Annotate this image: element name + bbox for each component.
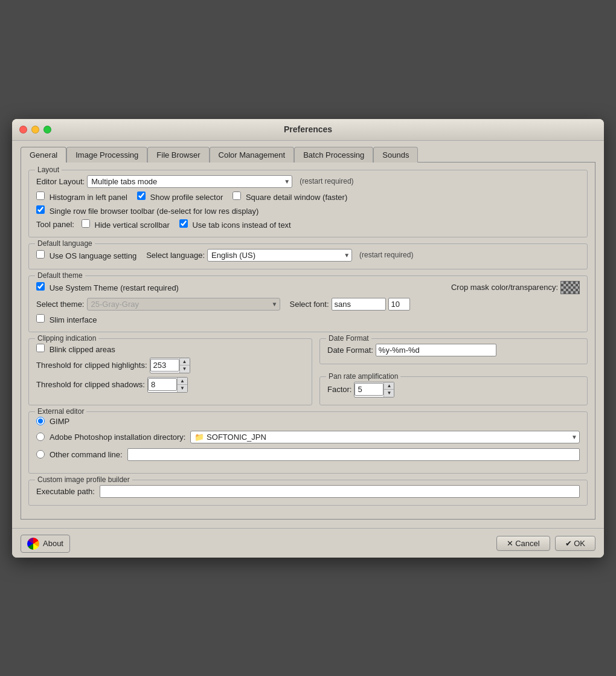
external-editor-group: External editor GIMP Adobe Photoshop ins… bbox=[28, 411, 588, 474]
select-theme-label: Select theme: bbox=[36, 300, 85, 309]
editor-layout-row: Editor Layout: Multiple tabs mode ▼ (res… bbox=[36, 175, 580, 188]
pan-rate-spinner-buttons: ▲ ▼ bbox=[383, 382, 394, 397]
ok-button[interactable]: ✔ OK bbox=[555, 536, 595, 551]
tab-batch-processing[interactable]: Batch Processing bbox=[294, 147, 373, 163]
language-row: Use OS language setting Select language:… bbox=[36, 249, 580, 262]
pan-rate-spinner: ▲ ▼ bbox=[354, 382, 394, 398]
clipping-group: Clipping indication Blink clipped areas … bbox=[28, 338, 312, 405]
square-detail-checkbox[interactable] bbox=[233, 192, 241, 200]
editor-layout-restart: (restart required) bbox=[300, 177, 353, 185]
tab-icons-label: Use tab icons instead of text bbox=[179, 219, 291, 230]
hide-scrollbar-checkbox[interactable] bbox=[82, 219, 90, 228]
use-system-theme-checkbox[interactable] bbox=[36, 282, 45, 291]
theme-select[interactable]: 25-Gray-Gray bbox=[87, 298, 280, 311]
photoshop-row: Adobe Photoshop installation directory: … bbox=[36, 431, 580, 443]
titlebar: Preferences bbox=[12, 119, 604, 141]
pan-rate-down-button[interactable]: ▼ bbox=[384, 390, 394, 397]
highlights-down-button[interactable]: ▼ bbox=[180, 365, 190, 373]
tab-color-management[interactable]: Color Management bbox=[210, 147, 295, 163]
pan-rate-group: Pan rate amplification Factor: ▲ ▼ bbox=[319, 376, 588, 405]
tab-file-browser[interactable]: File Browser bbox=[147, 147, 209, 163]
font-size-input[interactable] bbox=[388, 298, 410, 311]
highlights-row: Threshold for clipped highlights: ▲ ▼ bbox=[36, 358, 304, 373]
custom-profile-group: Custom image profile builder Executable … bbox=[28, 480, 588, 506]
photoshop-directory-select[interactable]: 📁 SOFTONIC_JPN bbox=[190, 431, 580, 443]
preferences-window: Preferences General Image Processing Fil… bbox=[12, 119, 604, 558]
external-editor-group-label: External editor bbox=[35, 407, 86, 416]
other-radio[interactable] bbox=[36, 450, 45, 459]
font-input[interactable] bbox=[332, 298, 386, 311]
shadows-input[interactable] bbox=[148, 378, 177, 391]
photoshop-label: Adobe Photoshop installation directory: bbox=[50, 433, 185, 442]
theme-select-wrap: 25-Gray-Gray ▼ bbox=[87, 298, 280, 311]
language-select[interactable]: English (US) bbox=[207, 249, 352, 262]
gimp-row: GIMP bbox=[36, 417, 580, 426]
language-select-wrap: English (US) ▼ bbox=[207, 249, 352, 262]
theme-group-label: Default theme bbox=[35, 271, 85, 280]
crop-mask-label: Crop mask color/transparency: bbox=[451, 283, 558, 292]
slim-interface-label: Slim interface bbox=[36, 314, 97, 324]
window-title: Preferences bbox=[284, 124, 332, 134]
date-format-label: Date Format: bbox=[327, 346, 373, 355]
about-label: About bbox=[43, 539, 63, 548]
shadows-spinner: ▲ ▼ bbox=[147, 377, 188, 393]
shadows-label: Threshold for clipped shadows: bbox=[36, 380, 145, 389]
shadows-row: Threshold for clipped shadows: ▲ ▼ bbox=[36, 377, 304, 393]
clipping-group-label: Clipping indication bbox=[35, 334, 98, 343]
other-row: Other command line: bbox=[36, 448, 580, 461]
shadows-up-button[interactable]: ▲ bbox=[178, 378, 187, 385]
close-button[interactable] bbox=[19, 126, 27, 134]
highlights-spinner: ▲ ▼ bbox=[150, 358, 190, 373]
show-profile-checkbox[interactable] bbox=[137, 192, 146, 200]
histogram-checkbox[interactable] bbox=[36, 192, 45, 200]
editor-layout-label: Editor Layout: bbox=[36, 177, 85, 186]
slim-interface-row: Slim interface bbox=[36, 314, 580, 324]
pan-rate-up-button[interactable]: ▲ bbox=[384, 382, 394, 390]
window-controls bbox=[19, 126, 51, 134]
pan-rate-input[interactable] bbox=[355, 383, 383, 396]
other-command-input[interactable] bbox=[127, 448, 580, 461]
editor-layout-select[interactable]: Multiple tabs mode bbox=[87, 175, 292, 188]
maximize-button[interactable] bbox=[43, 126, 51, 134]
pan-rate-group-label: Pan rate amplification bbox=[326, 372, 400, 381]
panel-general: Layout Editor Layout: Multiple tabs mode… bbox=[21, 162, 595, 520]
other-label: Other command line: bbox=[50, 450, 123, 459]
cancel-button[interactable]: ✕ Cancel bbox=[496, 536, 550, 551]
os-language-checkbox[interactable] bbox=[36, 250, 45, 259]
show-profile-checkbox-label: Show profile selector bbox=[137, 192, 223, 202]
tab-general[interactable]: General bbox=[21, 147, 66, 163]
date-format-group: Date Format Date Format: bbox=[319, 338, 588, 364]
select-language-label: Select language: bbox=[146, 251, 205, 260]
default-theme-group: Default theme Use System Theme (restart … bbox=[28, 275, 588, 332]
highlights-up-button[interactable]: ▲ bbox=[180, 358, 190, 365]
layout-group: Layout Editor Layout: Multiple tabs mode… bbox=[28, 170, 588, 237]
blink-checkbox[interactable] bbox=[36, 344, 45, 352]
highlights-label: Threshold for clipped highlights: bbox=[36, 361, 147, 370]
photoshop-radio[interactable] bbox=[36, 433, 45, 441]
about-button[interactable]: About bbox=[21, 535, 70, 553]
default-language-group: Default language Use OS language setting… bbox=[28, 243, 588, 269]
language-group-label: Default language bbox=[35, 239, 95, 248]
checkbox-row-1: Histogram in left panel Show profile sel… bbox=[36, 192, 580, 202]
tab-sounds[interactable]: Sounds bbox=[373, 147, 418, 163]
custom-profile-group-label: Custom image profile builder bbox=[35, 475, 132, 484]
date-format-input[interactable] bbox=[376, 344, 496, 356]
shadows-down-button[interactable]: ▼ bbox=[178, 385, 187, 392]
tab-icons-checkbox[interactable] bbox=[179, 219, 188, 228]
slim-interface-checkbox[interactable] bbox=[36, 314, 45, 323]
single-row-checkbox-row: Single row file browser toolbar (de-sele… bbox=[36, 205, 580, 216]
hide-scrollbar-label: Hide vertical scrollbar bbox=[82, 219, 170, 230]
tab-image-processing[interactable]: Image Processing bbox=[66, 147, 147, 163]
highlights-input[interactable] bbox=[150, 359, 179, 372]
crop-mask-color-swatch[interactable] bbox=[560, 281, 580, 294]
blink-row: Blink clipped areas bbox=[36, 344, 304, 354]
single-row-checkbox[interactable] bbox=[36, 205, 45, 214]
editor-layout-select-wrap: Multiple tabs mode ▼ bbox=[87, 175, 292, 188]
shadows-spinner-buttons: ▲ ▼ bbox=[177, 378, 187, 392]
clipping-date-row: Clipping indication Blink clipped areas … bbox=[28, 338, 588, 411]
date-format-row: Date Format: bbox=[327, 344, 580, 356]
exec-path-input[interactable] bbox=[100, 485, 580, 498]
photoshop-select-wrap: 📁 SOFTONIC_JPN ▼ bbox=[190, 431, 580, 443]
gimp-radio[interactable] bbox=[36, 417, 45, 425]
minimize-button[interactable] bbox=[31, 126, 39, 134]
